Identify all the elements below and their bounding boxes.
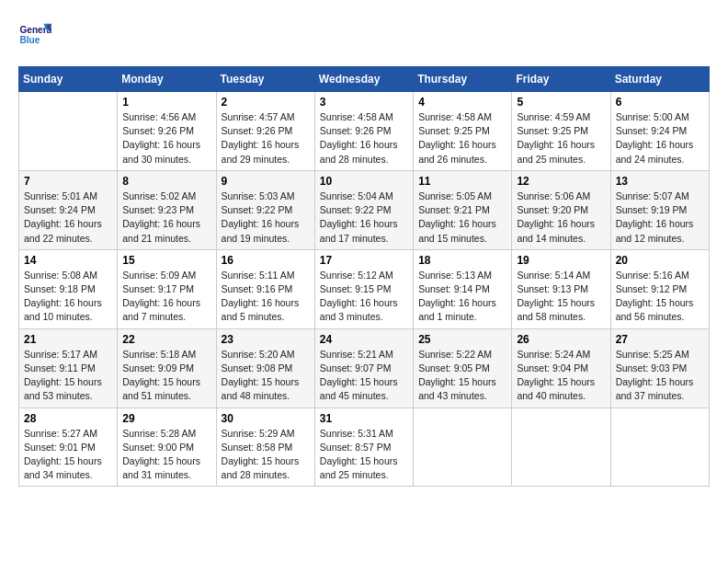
calendar-cell: 28Sunrise: 5:27 AMSunset: 9:01 PMDayligh… (19, 408, 118, 487)
day-number: 2 (222, 96, 310, 109)
day-number: 20 (616, 254, 704, 267)
calendar-week-5: 28Sunrise: 5:27 AMSunset: 9:01 PMDayligh… (19, 408, 710, 487)
day-header-wednesday: Wednesday (314, 67, 413, 92)
day-header-sunday: Sunday (19, 67, 118, 92)
day-header-thursday: Thursday (414, 67, 512, 92)
day-number: 29 (122, 412, 210, 425)
cell-info: Sunrise: 5:01 AMSunset: 9:24 PMDaylight:… (24, 190, 112, 246)
calendar-cell: 11Sunrise: 5:05 AMSunset: 9:21 PMDayligh… (414, 170, 512, 249)
day-number: 7 (24, 175, 112, 188)
day-number: 8 (122, 175, 210, 188)
cell-info: Sunrise: 5:11 AMSunset: 9:16 PMDaylight:… (222, 269, 310, 325)
cell-info: Sunrise: 5:06 AMSunset: 9:20 PMDaylight:… (517, 190, 605, 246)
day-number: 15 (122, 254, 210, 267)
cell-info: Sunrise: 5:13 AMSunset: 9:14 PMDaylight:… (418, 269, 506, 325)
calendar-header-row: SundayMondayTuesdayWednesdayThursdayFrid… (19, 67, 710, 92)
calendar-cell: 23Sunrise: 5:20 AMSunset: 9:08 PMDayligh… (216, 328, 314, 408)
calendar-cell: 26Sunrise: 5:24 AMSunset: 9:04 PMDayligh… (512, 328, 610, 408)
calendar-cell: 1Sunrise: 4:56 AMSunset: 9:26 PMDaylight… (118, 92, 216, 171)
day-number: 26 (517, 333, 605, 346)
calendar-cell: 7Sunrise: 5:01 AMSunset: 9:24 PMDaylight… (19, 170, 118, 249)
day-number: 17 (320, 254, 408, 267)
calendar-cell: 3Sunrise: 4:58 AMSunset: 9:26 PMDaylight… (314, 92, 413, 171)
cell-info: Sunrise: 5:29 AMSunset: 8:58 PMDaylight:… (222, 427, 310, 483)
calendar-cell: 29Sunrise: 5:28 AMSunset: 9:00 PMDayligh… (118, 408, 216, 487)
cell-info: Sunrise: 5:25 AMSunset: 9:03 PMDaylight:… (616, 348, 704, 404)
calendar-cell: 5Sunrise: 4:59 AMSunset: 9:25 PMDaylight… (512, 92, 610, 171)
cell-info: Sunrise: 5:02 AMSunset: 9:23 PMDaylight:… (122, 190, 210, 246)
day-number: 27 (616, 333, 704, 346)
calendar-table: SundayMondayTuesdayWednesdayThursdayFrid… (18, 66, 710, 487)
cell-info: Sunrise: 5:03 AMSunset: 9:22 PMDaylight:… (222, 190, 310, 246)
cell-info: Sunrise: 5:21 AMSunset: 9:07 PMDaylight:… (320, 348, 408, 404)
calendar-cell: 9Sunrise: 5:03 AMSunset: 9:22 PMDaylight… (216, 170, 314, 249)
cell-info: Sunrise: 5:20 AMSunset: 9:08 PMDaylight:… (222, 348, 310, 404)
calendar-cell: 25Sunrise: 5:22 AMSunset: 9:05 PMDayligh… (414, 328, 512, 408)
calendar-cell: 4Sunrise: 4:58 AMSunset: 9:25 PMDaylight… (414, 92, 512, 171)
calendar-cell: 20Sunrise: 5:16 AMSunset: 9:12 PMDayligh… (610, 249, 709, 328)
day-number: 9 (222, 175, 310, 188)
calendar-cell: 17Sunrise: 5:12 AMSunset: 9:15 PMDayligh… (314, 249, 413, 328)
cell-info: Sunrise: 5:07 AMSunset: 9:19 PMDaylight:… (616, 190, 704, 246)
cell-info: Sunrise: 5:16 AMSunset: 9:12 PMDaylight:… (616, 269, 704, 325)
cell-info: Sunrise: 5:00 AMSunset: 9:24 PMDaylight:… (616, 110, 704, 167)
calendar-cell (19, 92, 118, 171)
calendar-cell: 24Sunrise: 5:21 AMSunset: 9:07 PMDayligh… (314, 328, 413, 408)
calendar-cell: 12Sunrise: 5:06 AMSunset: 9:20 PMDayligh… (512, 170, 610, 249)
svg-text:Blue: Blue (19, 35, 40, 45)
day-number: 11 (418, 175, 506, 188)
cell-info: Sunrise: 5:28 AMSunset: 9:00 PMDaylight:… (122, 427, 210, 483)
calendar-week-2: 7Sunrise: 5:01 AMSunset: 9:24 PMDaylight… (19, 170, 710, 249)
cell-info: Sunrise: 4:59 AMSunset: 9:25 PMDaylight:… (517, 110, 605, 167)
cell-info: Sunrise: 4:58 AMSunset: 9:26 PMDaylight:… (320, 110, 408, 167)
calendar-cell: 18Sunrise: 5:13 AMSunset: 9:14 PMDayligh… (414, 249, 512, 328)
calendar-cell: 19Sunrise: 5:14 AMSunset: 9:13 PMDayligh… (512, 249, 610, 328)
calendar-cell: 14Sunrise: 5:08 AMSunset: 9:18 PMDayligh… (19, 249, 118, 328)
calendar-cell: 21Sunrise: 5:17 AMSunset: 9:11 PMDayligh… (19, 328, 118, 408)
day-number: 21 (24, 333, 112, 346)
cell-info: Sunrise: 5:04 AMSunset: 9:22 PMDaylight:… (320, 190, 408, 246)
day-header-saturday: Saturday (610, 67, 709, 92)
day-number: 28 (24, 412, 112, 425)
day-number: 23 (222, 333, 310, 346)
day-number: 22 (122, 333, 210, 346)
day-number: 13 (616, 175, 704, 188)
calendar-week-4: 21Sunrise: 5:17 AMSunset: 9:11 PMDayligh… (19, 328, 710, 408)
day-number: 10 (320, 175, 408, 188)
day-header-monday: Monday (118, 67, 216, 92)
calendar-cell: 6Sunrise: 5:00 AMSunset: 9:24 PMDaylight… (610, 92, 709, 171)
day-number: 3 (320, 96, 408, 109)
calendar-cell: 27Sunrise: 5:25 AMSunset: 9:03 PMDayligh… (610, 328, 709, 408)
day-header-friday: Friday (512, 67, 610, 92)
calendar-week-1: 1Sunrise: 4:56 AMSunset: 9:26 PMDaylight… (19, 92, 710, 171)
cell-info: Sunrise: 5:18 AMSunset: 9:09 PMDaylight:… (122, 348, 210, 404)
day-number: 6 (616, 96, 704, 109)
day-number: 4 (418, 96, 506, 109)
day-header-tuesday: Tuesday (216, 67, 314, 92)
cell-info: Sunrise: 4:58 AMSunset: 9:25 PMDaylight:… (418, 110, 506, 167)
calendar-cell: 22Sunrise: 5:18 AMSunset: 9:09 PMDayligh… (118, 328, 216, 408)
day-number: 1 (122, 96, 210, 109)
day-number: 18 (418, 254, 506, 267)
day-number: 16 (222, 254, 310, 267)
calendar-cell: 10Sunrise: 5:04 AMSunset: 9:22 PMDayligh… (314, 170, 413, 249)
day-number: 24 (320, 333, 408, 346)
calendar-cell: 16Sunrise: 5:11 AMSunset: 9:16 PMDayligh… (216, 249, 314, 328)
calendar-cell (512, 408, 610, 487)
calendar-cell: 8Sunrise: 5:02 AMSunset: 9:23 PMDaylight… (118, 170, 216, 249)
calendar-cell: 31Sunrise: 5:31 AMSunset: 8:57 PMDayligh… (314, 408, 413, 487)
cell-info: Sunrise: 5:27 AMSunset: 9:01 PMDaylight:… (24, 427, 112, 483)
day-number: 30 (222, 412, 310, 425)
calendar-cell: 30Sunrise: 5:29 AMSunset: 8:58 PMDayligh… (216, 408, 314, 487)
day-number: 19 (517, 254, 605, 267)
calendar-week-3: 14Sunrise: 5:08 AMSunset: 9:18 PMDayligh… (19, 249, 710, 328)
day-number: 5 (517, 96, 605, 109)
cell-info: Sunrise: 5:05 AMSunset: 9:21 PMDaylight:… (418, 190, 506, 246)
cell-info: Sunrise: 4:57 AMSunset: 9:26 PMDaylight:… (222, 110, 310, 167)
cell-info: Sunrise: 5:31 AMSunset: 8:57 PMDaylight:… (320, 427, 408, 483)
calendar-cell: 2Sunrise: 4:57 AMSunset: 9:26 PMDaylight… (216, 92, 314, 171)
cell-info: Sunrise: 5:24 AMSunset: 9:04 PMDaylight:… (517, 348, 605, 404)
page-header: General Blue (18, 18, 710, 52)
calendar-cell: 13Sunrise: 5:07 AMSunset: 9:19 PMDayligh… (610, 170, 709, 249)
calendar-cell (414, 408, 512, 487)
